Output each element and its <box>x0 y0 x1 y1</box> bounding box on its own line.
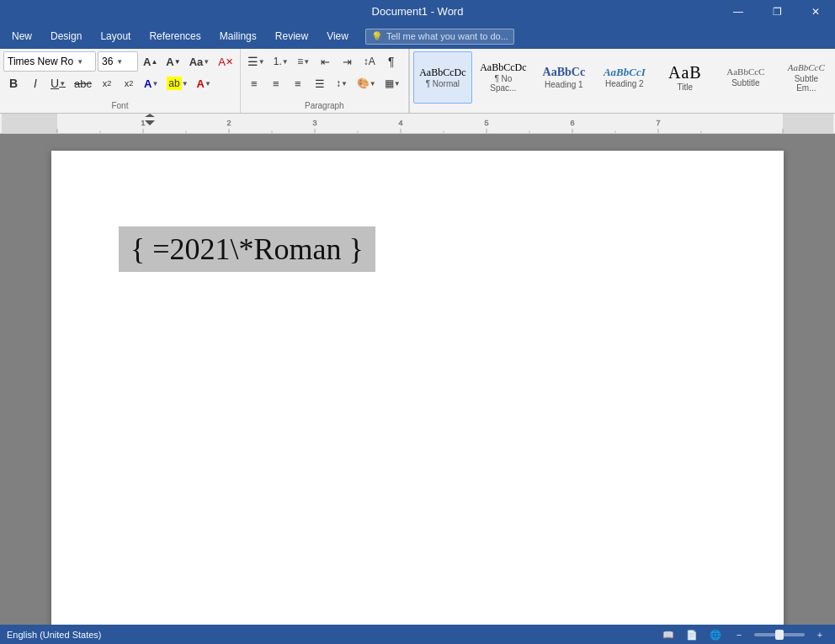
style-subtle-em[interactable]: AaBbCcC Subtle Em... <box>777 51 835 104</box>
borders-button[interactable]: ▦▼ <box>381 73 404 93</box>
style-normal-label: ¶ Normal <box>426 79 460 88</box>
font-tools: Times New Ro ▼ 36 ▼ A▲ A▼ Aa▼ A✕ B I <box>3 51 237 100</box>
field-code-display[interactable]: { =2021\*Roman } <box>119 226 375 272</box>
style-title-label: Title <box>678 82 694 92</box>
maximize-button[interactable]: ❐ <box>758 0 796 24</box>
subscript-button[interactable]: x2 <box>97 73 117 93</box>
ribbon-main: Times New Ro ▼ 36 ▼ A▲ A▼ Aa▼ A✕ B I <box>0 49 835 113</box>
font-group-label: Font <box>3 100 237 111</box>
shading-button[interactable]: 🎨▼ <box>354 73 380 93</box>
status-right: 📖 📄 🌐 − + <box>660 626 828 643</box>
search-placeholder: Tell me what you want to do... <box>386 31 508 41</box>
text-effects-button[interactable]: A▼ <box>141 73 162 93</box>
style-subtitle-preview: AaBbCcC <box>726 67 764 77</box>
tell-me-search[interactable]: 💡 Tell me what you want to do... <box>365 29 514 45</box>
font-size-chevron: ▼ <box>116 58 123 66</box>
menu-item-mailings[interactable]: Mailings <box>211 27 265 45</box>
document-area[interactable]: { =2021\*Roman } <box>0 134 835 625</box>
style-subtle-em-label: Subtle Em... <box>784 74 828 93</box>
line-spacing-button[interactable]: ↕▼ <box>332 73 352 93</box>
change-case-button[interactable]: Aa▼ <box>186 51 214 72</box>
zoom-in-icon[interactable]: + <box>811 626 828 643</box>
window-controls: — ❐ ✕ <box>719 0 835 24</box>
font-size-value: 36 <box>102 56 113 67</box>
svg-rect-2 <box>783 114 833 134</box>
numbering-button[interactable]: 1.▼ <box>270 51 292 72</box>
style-heading1-preview: AaBbCc <box>543 67 586 78</box>
align-left-button[interactable]: ≡ <box>244 73 264 93</box>
style-heading2-preview: AaBbCcI <box>604 67 646 77</box>
style-heading1[interactable]: AaBbCc Heading 1 <box>535 51 593 104</box>
style-normal[interactable]: AaBbCcDc ¶ Normal <box>413 51 472 104</box>
menu-item-review[interactable]: Review <box>267 27 316 45</box>
web-layout-icon[interactable]: 🌐 <box>707 626 724 643</box>
print-layout-icon[interactable]: 📄 <box>683 626 700 643</box>
svg-text:4: 4 <box>398 119 402 127</box>
style-no-spacing-preview: AaBbCcDc <box>480 62 526 72</box>
paragraph-tools: ☰▼ 1.▼ ≡▼ ⇤ ⇥ ↕A ¶ ≡ ≡ ≡ ☰ ↕▼ 🎨▼ ▦▼ <box>244 51 405 100</box>
font-color-button[interactable]: A▼ <box>194 73 215 93</box>
font-name-chevron: ▼ <box>77 58 83 66</box>
decrease-indent-button[interactable]: ⇤ <box>316 51 336 72</box>
font-group: Times New Ro ▼ 36 ▼ A▲ A▼ Aa▼ A✕ B I <box>0 49 241 113</box>
zoom-slider[interactable] <box>754 633 805 636</box>
app-title: Document1 - Word <box>372 5 464 18</box>
paragraph-group-label: Paragraph <box>244 100 405 111</box>
zoom-out-icon[interactable]: − <box>731 626 747 643</box>
document-page[interactable]: { =2021\*Roman } <box>51 151 784 625</box>
menu-item-view[interactable]: View <box>318 27 357 45</box>
style-subtitle[interactable]: AaBbCcC Subtitle <box>716 51 775 104</box>
multilevel-button[interactable]: ≡▼ <box>294 51 314 72</box>
title-bar: Document1 - Word — ❐ ✕ <box>0 0 835 24</box>
styles-group: AaBbCcDc ¶ Normal AaBbCcDc ¶ No Spac... … <box>409 49 835 113</box>
superscript-button[interactable]: x2 <box>119 73 139 93</box>
highlight-color-button[interactable]: ab▼ <box>163 73 191 93</box>
style-heading1-label: Heading 1 <box>545 80 583 89</box>
svg-text:2: 2 <box>226 119 231 127</box>
read-mode-icon[interactable]: 📖 <box>660 626 677 643</box>
style-title[interactable]: AaB Title <box>656 51 715 104</box>
menu-bar: New Design Layout References Mailings Re… <box>0 24 835 49</box>
ruler: 1 2 3 4 5 6 7 <box>0 114 835 134</box>
sort-button[interactable]: ↕A <box>359 51 380 72</box>
show-formatting-button[interactable]: ¶ <box>381 51 402 72</box>
svg-rect-1 <box>2 114 57 134</box>
menu-item-references[interactable]: References <box>141 27 209 45</box>
svg-rect-0 <box>2 114 833 134</box>
para-row2: ≡ ≡ ≡ ☰ ↕▼ 🎨▼ ▦▼ <box>244 73 405 93</box>
menu-item-design[interactable]: Design <box>42 27 90 45</box>
svg-text:6: 6 <box>570 119 574 127</box>
style-subtle-em-preview: AaBbCcC <box>788 63 825 72</box>
status-left: English (United States) <box>7 630 102 640</box>
style-normal-preview: AaBbCcDc <box>419 67 465 77</box>
increase-indent-button[interactable]: ⇥ <box>338 51 358 72</box>
language-indicator: English (United States) <box>7 630 102 640</box>
grow-font-button[interactable]: A▲ <box>140 51 161 72</box>
paragraph-group: ☰▼ 1.▼ ≡▼ ⇤ ⇥ ↕A ¶ ≡ ≡ ≡ ☰ ↕▼ 🎨▼ ▦▼ <box>241 49 409 113</box>
align-center-button[interactable]: ≡ <box>266 73 286 93</box>
svg-text:1: 1 <box>141 119 145 127</box>
justify-button[interactable]: ☰ <box>310 73 330 93</box>
style-heading2[interactable]: AaBbCcI Heading 2 <box>595 51 654 104</box>
status-bar: English (United States) 📖 📄 🌐 − + <box>0 625 835 644</box>
menu-item-layout[interactable]: Layout <box>92 27 139 45</box>
style-subtitle-label: Subtitle <box>731 78 759 88</box>
clear-formatting-button[interactable]: A✕ <box>215 51 237 72</box>
bullets-button[interactable]: ☰▼ <box>244 51 269 72</box>
ribbon: Times New Ro ▼ 36 ▼ A▲ A▼ Aa▼ A✕ B I <box>0 49 835 114</box>
align-right-button[interactable]: ≡ <box>288 73 308 93</box>
italic-button[interactable]: I <box>25 73 45 93</box>
bold-button[interactable]: B <box>3 73 24 93</box>
style-no-spacing[interactable]: AaBbCcDc ¶ No Spac... <box>474 51 533 104</box>
font-name-select[interactable]: Times New Ro ▼ <box>3 51 96 72</box>
shrink-font-button[interactable]: A▼ <box>162 51 183 72</box>
font-row1: Times New Ro ▼ 36 ▼ A▲ A▼ Aa▼ A✕ <box>3 51 237 72</box>
menu-item-new[interactable]: New <box>3 27 40 45</box>
font-size-select[interactable]: 36 ▼ <box>98 51 138 72</box>
underline-button[interactable]: U▼ <box>47 73 69 93</box>
strikethrough-button[interactable]: abc <box>71 73 95 93</box>
para-row1: ☰▼ 1.▼ ≡▼ ⇤ ⇥ ↕A ¶ <box>244 51 405 72</box>
minimize-button[interactable]: — <box>719 0 758 24</box>
lightbulb-icon: 💡 <box>371 31 383 42</box>
close-button[interactable]: ✕ <box>796 0 835 24</box>
